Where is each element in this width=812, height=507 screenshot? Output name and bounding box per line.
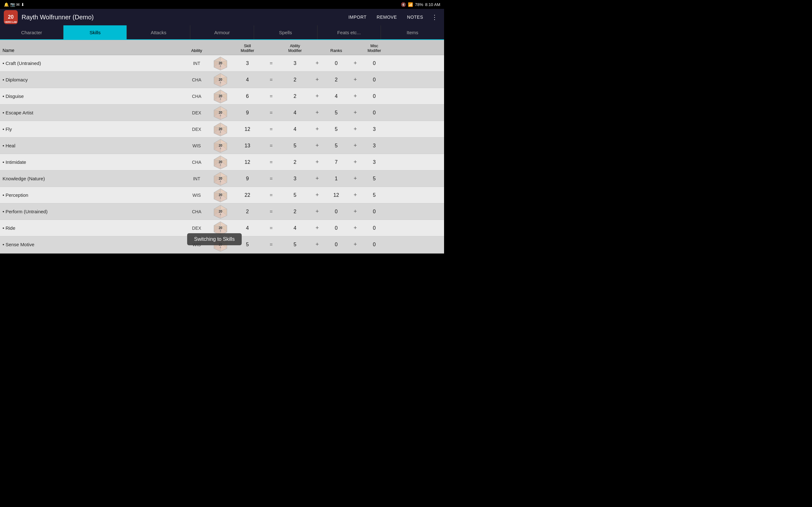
skill-misc-modifier: 5	[362, 192, 387, 198]
skill-ability-modifier: 5	[279, 143, 311, 149]
table-row[interactable]: • Heal WIS 20 8 13 = 5 + 5 + 3	[0, 137, 444, 154]
tab-items[interactable]: Items	[381, 25, 444, 39]
skill-dice[interactable]: 20 8	[209, 205, 232, 219]
skill-misc-modifier: 0	[362, 242, 387, 247]
header-ability: Ability	[184, 48, 209, 53]
skill-eq: =	[263, 242, 279, 247]
skill-ranks: 5	[323, 110, 349, 116]
tab-attacks[interactable]: Attacks	[127, 25, 190, 39]
tab-skills[interactable]: Skills	[63, 25, 127, 39]
tab-feats[interactable]: Feats etc...	[317, 25, 381, 39]
skill-dice[interactable]: 20 8	[209, 171, 232, 186]
header-name: Name	[0, 48, 184, 53]
skill-misc-modifier: 0	[362, 60, 387, 66]
skill-plus: +	[311, 208, 323, 215]
skill-ability: INT	[184, 61, 209, 66]
skill-eq: =	[263, 126, 279, 132]
skill-plus2: +	[349, 76, 362, 83]
svg-text:8: 8	[220, 246, 221, 248]
skill-plus: +	[311, 109, 323, 116]
skill-ability-modifier: 5	[279, 242, 311, 247]
skill-ability: DEX	[184, 127, 209, 132]
logo-text: 20	[8, 14, 14, 20]
table-row[interactable]: Knowledge (Nature) INT 20 8 9 = 3 + 1 + …	[0, 170, 444, 187]
skill-ability-modifier: 2	[279, 94, 311, 99]
skill-dice[interactable]: 20 8	[209, 221, 232, 235]
skill-eq: =	[263, 77, 279, 83]
skill-modifier-value: 6	[232, 94, 263, 99]
notes-button[interactable]: NOTES	[403, 12, 427, 22]
skill-ranks: 0	[323, 60, 349, 66]
skill-dice[interactable]: 20 8	[209, 72, 232, 87]
skill-ranks: 5	[323, 126, 349, 132]
table-row[interactable]: • Diplomacy CHA 20 8 4 = 2 + 2 + 0	[0, 72, 444, 88]
skill-modifier-value: 22	[232, 192, 263, 198]
table-row[interactable]: • Perception WIS 20 8 22 = 5 + 12 + 5	[0, 187, 444, 204]
skill-ability: INT	[184, 176, 209, 181]
table-row[interactable]: • Perform (Untrained) CHA 20 8 2 = 2 + 0…	[0, 204, 444, 220]
skill-plus2: +	[349, 241, 362, 248]
skill-ability: CHA	[184, 94, 209, 99]
skill-ability: WIS	[184, 143, 209, 148]
skill-modifier-value: 12	[232, 126, 263, 132]
skill-ability-modifier: 4	[279, 225, 311, 231]
skill-ability-modifier: 3	[279, 176, 311, 181]
skill-dice[interactable]: 20 8	[209, 138, 232, 153]
skill-plus2: +	[349, 109, 362, 116]
svg-text:20: 20	[218, 111, 222, 114]
skill-plus: +	[311, 60, 323, 66]
skill-ability-modifier: 5	[279, 192, 311, 198]
skill-eq: =	[263, 110, 279, 116]
skill-dice[interactable]: 20 8	[209, 56, 232, 71]
svg-text:8: 8	[220, 65, 221, 67]
skill-misc-modifier: 0	[362, 94, 387, 99]
table-row[interactable]: • Craft (Untrained) INT 20 8 3 = 3 + 0 +…	[0, 55, 444, 72]
svg-text:20: 20	[218, 127, 222, 130]
main-content: Name Ability SkillModifier AbilityModifi…	[0, 40, 444, 253]
skill-plus2: +	[349, 208, 362, 215]
skill-dice[interactable]: 20 8	[209, 122, 232, 136]
more-button[interactable]: ⋮	[429, 11, 440, 23]
skill-misc-modifier: 5	[362, 176, 387, 181]
header-ranks: Ranks	[323, 48, 349, 53]
skill-modifier-value: 4	[232, 225, 263, 231]
svg-text:8: 8	[220, 131, 221, 133]
skill-dice[interactable]: 20 8	[209, 237, 232, 252]
skill-plus: +	[311, 241, 323, 248]
svg-text:8: 8	[220, 230, 221, 232]
skill-dice[interactable]: 20 8	[209, 155, 232, 170]
import-button[interactable]: IMPORT	[344, 12, 371, 22]
skill-dice[interactable]: 20 8	[209, 188, 232, 203]
tab-character[interactable]: Character	[0, 25, 63, 39]
skill-plus: +	[311, 126, 323, 132]
skill-name: • Fly	[0, 126, 184, 132]
tab-bar: Character Skills Attacks Armour Spells F…	[0, 25, 444, 40]
skill-name: • Ride	[0, 225, 184, 231]
skill-name: • Diplomacy	[0, 77, 184, 82]
table-row[interactable]: • Intimidate CHA 20 8 12 = 2 + 7 + 3	[0, 154, 444, 170]
skill-eq: =	[263, 176, 279, 181]
table-row[interactable]: • Disguise CHA 20 8 6 = 2 + 4 + 0	[0, 88, 444, 105]
skill-ability: WIS	[184, 193, 209, 198]
table-row[interactable]: • Fly DEX 20 8 12 = 4 + 5 + 3	[0, 121, 444, 137]
skill-misc-modifier: 0	[362, 110, 387, 116]
app-bar-actions: IMPORT REMOVE NOTES ⋮	[344, 11, 440, 23]
wifi-icon: 📶	[408, 2, 413, 7]
table-row[interactable]: • Sense Motive WIS 20 8 5 = 5 + 0 + 0	[0, 236, 444, 253]
tab-armour[interactable]: Armour	[190, 25, 254, 39]
skill-ability: CHA	[184, 77, 209, 82]
table-row[interactable]: • Escape Artist DEX 20 8 9 = 4 + 5 + 0	[0, 105, 444, 121]
skill-ranks: 1	[323, 176, 349, 181]
remove-button[interactable]: REMOVE	[372, 12, 402, 22]
tab-spells[interactable]: Spells	[254, 25, 317, 39]
skill-dice[interactable]: 20 8	[209, 106, 232, 120]
skill-ability: CHA	[184, 160, 209, 165]
skill-plus2: +	[349, 142, 362, 149]
skill-dice[interactable]: 20 8	[209, 89, 232, 104]
skill-plus2: +	[349, 126, 362, 132]
skill-eq: =	[263, 192, 279, 198]
table-row[interactable]: • Ride DEX 20 8 4 = 4 + 0 + 0	[0, 220, 444, 236]
skill-eq: =	[263, 94, 279, 99]
skill-modifier-value: 13	[232, 143, 263, 149]
skill-plus: +	[311, 159, 323, 165]
